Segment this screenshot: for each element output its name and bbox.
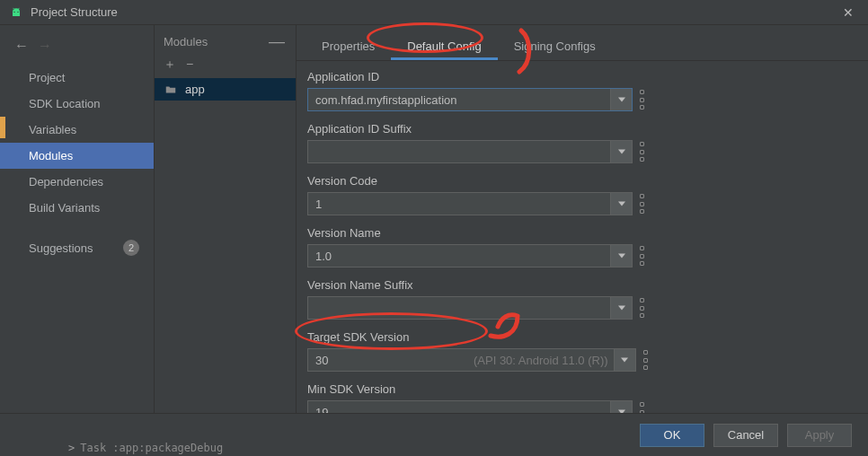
svg-point-1 xyxy=(17,11,18,12)
sidebar-item-variables[interactable]: Variables xyxy=(0,117,154,143)
version-name-field[interactable] xyxy=(307,244,633,267)
suggestions-label: Suggestions xyxy=(29,241,93,255)
left-sidebar: ← → Project SDK Location Variables Modul… xyxy=(0,25,155,413)
history-icon[interactable] xyxy=(640,246,645,266)
dropdown-icon[interactable] xyxy=(614,349,635,371)
label-version-code: Version Code xyxy=(307,174,850,188)
dropdown-icon[interactable] xyxy=(610,193,632,215)
sidebar-item-dependencies[interactable]: Dependencies xyxy=(0,169,154,195)
label-version-name: Version Name xyxy=(307,226,850,240)
label-min-sdk: Min SDK Version xyxy=(307,382,850,396)
modules-list-panel: Modules — ＋ − app xyxy=(155,25,297,413)
version-name-suffix-input[interactable] xyxy=(308,297,610,319)
history-icon[interactable] xyxy=(640,402,645,413)
back-icon[interactable]: ← xyxy=(14,38,29,54)
target-sdk-input[interactable] xyxy=(308,349,474,371)
svg-point-0 xyxy=(13,11,14,12)
chevron-right-icon: > xyxy=(68,442,75,454)
app-id-suffix-field[interactable] xyxy=(307,140,633,163)
version-name-input[interactable] xyxy=(308,245,610,267)
sidebar-item-build-variants[interactable]: Build Variants xyxy=(0,195,154,221)
history-icon[interactable] xyxy=(643,350,649,370)
modules-header: Modules xyxy=(164,35,265,48)
window-title: Project Structure xyxy=(31,5,837,19)
sidebar-item-project[interactable]: Project xyxy=(0,65,154,91)
cancel-button[interactable]: Cancel xyxy=(713,424,778,447)
remove-module-icon[interactable]: − xyxy=(183,57,196,73)
history-icon[interactable] xyxy=(640,142,645,162)
app-id-suffix-input[interactable] xyxy=(308,141,610,162)
ok-button[interactable]: OK xyxy=(640,424,704,447)
android-logo-icon xyxy=(9,5,23,20)
folder-icon xyxy=(164,83,178,96)
target-sdk-hint: (API 30: Android 11.0 (R)) xyxy=(474,354,614,367)
label-version-name-suffix: Version Name Suffix xyxy=(307,278,850,292)
label-target-sdk: Target SDK Version xyxy=(307,330,850,344)
apply-button[interactable]: Apply xyxy=(787,424,852,447)
label-app-id: Application ID xyxy=(307,70,850,83)
tab-default-config[interactable]: Default Config xyxy=(391,34,497,60)
main-panel: Properties Default Config Signing Config… xyxy=(297,25,868,413)
build-output-line: >Task :app:packageDebug xyxy=(68,442,223,454)
min-sdk-field[interactable] xyxy=(307,400,633,413)
nav-history: ← → xyxy=(0,34,154,65)
label-app-id-suffix: Application ID Suffix xyxy=(307,122,850,136)
history-icon[interactable] xyxy=(640,194,645,214)
close-icon[interactable]: ✕ xyxy=(837,5,859,20)
forward-icon[interactable]: → xyxy=(38,38,52,54)
version-code-field[interactable] xyxy=(307,192,633,215)
app-id-input[interactable] xyxy=(308,89,610,110)
app-id-field[interactable] xyxy=(307,88,633,111)
dropdown-icon[interactable] xyxy=(610,141,632,162)
module-item-app[interactable]: app xyxy=(155,78,296,101)
title-bar: Project Structure ✕ xyxy=(0,0,868,25)
dropdown-icon[interactable] xyxy=(610,245,632,267)
collapse-icon[interactable]: — xyxy=(265,32,288,51)
editor-gutter-marker xyxy=(0,117,5,138)
sidebar-item-modules[interactable]: Modules xyxy=(0,143,154,169)
tab-bar: Properties Default Config Signing Config… xyxy=(297,25,868,61)
version-name-suffix-field[interactable] xyxy=(307,296,633,320)
sidebar-item-sdk-location[interactable]: SDK Location xyxy=(0,91,154,117)
target-sdk-field[interactable]: (API 30: Android 11.0 (R)) xyxy=(307,348,636,372)
history-icon[interactable] xyxy=(640,90,645,110)
dropdown-icon[interactable] xyxy=(610,401,632,413)
history-icon[interactable] xyxy=(640,298,645,318)
tab-properties[interactable]: Properties xyxy=(306,34,391,60)
tab-signing-configs[interactable]: Signing Configs xyxy=(498,34,612,60)
add-module-icon[interactable]: ＋ xyxy=(164,57,176,73)
suggestions-badge: 2 xyxy=(123,240,139,256)
module-name: app xyxy=(185,83,205,96)
dropdown-icon[interactable] xyxy=(610,89,632,110)
sidebar-item-suggestions[interactable]: Suggestions 2 xyxy=(0,233,154,262)
min-sdk-input[interactable] xyxy=(308,401,610,413)
version-code-input[interactable] xyxy=(308,193,610,215)
dropdown-icon[interactable] xyxy=(610,297,632,319)
